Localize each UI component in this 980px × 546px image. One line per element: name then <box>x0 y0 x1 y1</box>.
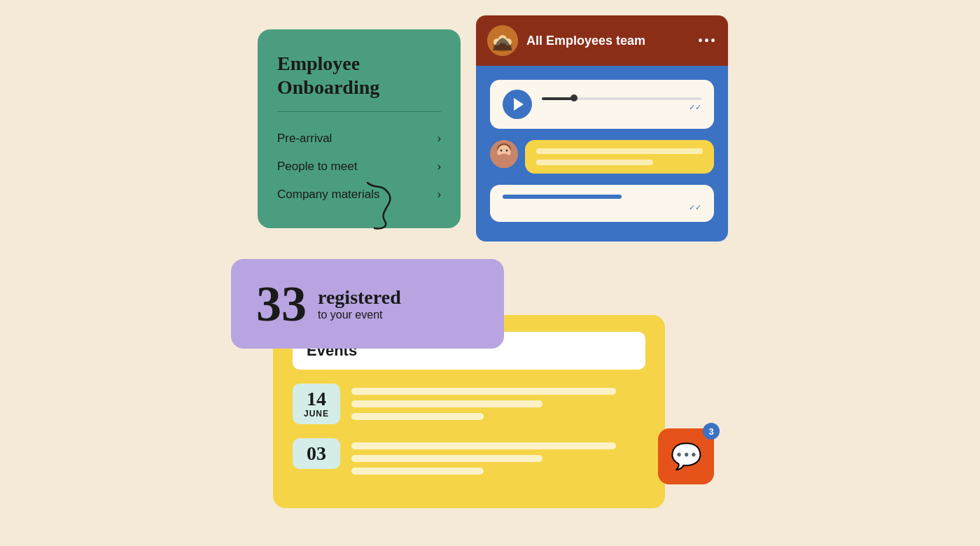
onboarding-title: Employee Onboarding <box>277 52 441 99</box>
chat-line <box>536 160 653 165</box>
team-card-more-button[interactable]: ••• <box>698 33 717 49</box>
svg-point-9 <box>494 154 514 168</box>
svg-point-10 <box>500 150 503 152</box>
event-line <box>351 455 542 462</box>
team-card: All Employees team ••• ✓✓ <box>476 15 728 241</box>
chat-row <box>490 140 714 174</box>
registered-label: registered <box>318 286 401 309</box>
chat-icon: 💬 <box>671 442 702 471</box>
progress-dot <box>570 94 578 102</box>
chat-line <box>536 148 703 154</box>
chat-avatar <box>490 140 518 168</box>
event-lines <box>351 384 645 420</box>
check-marks: ✓✓ <box>542 103 701 112</box>
video-bubble: ✓✓ <box>490 80 714 129</box>
event-day: 03 <box>307 444 326 463</box>
event-date-box: 03 <box>293 438 340 469</box>
menu-item-pre-arrival[interactable]: Pre-arrival › <box>277 125 441 153</box>
onboarding-card: Employee Onboarding Pre-arrival › People… <box>258 29 461 228</box>
chevron-icon: › <box>438 132 441 145</box>
event-line <box>351 468 484 475</box>
event-month: JUNE <box>304 409 329 419</box>
squiggle-decoration <box>326 179 410 235</box>
event-line <box>351 400 542 407</box>
event-day: 14 <box>307 389 326 409</box>
event-lines <box>351 438 645 475</box>
team-card-body: ✓✓ <box>476 66 728 241</box>
registration-card: 33 registered to your event <box>231 259 504 349</box>
event-row: 14 JUNE <box>293 384 645 424</box>
reply-check: ✓✓ <box>503 203 701 212</box>
video-progress: ✓✓ <box>542 97 701 112</box>
team-card-header: All Employees team ••• <box>476 15 728 66</box>
chevron-icon: › <box>438 188 441 201</box>
reply-line <box>503 195 622 199</box>
progress-fill <box>542 97 574 100</box>
svg-point-11 <box>506 150 508 152</box>
team-card-title: All Employees team <box>526 34 690 48</box>
menu-item-people-to-meet[interactable]: People to meet › <box>277 153 441 181</box>
chevron-icon: › <box>438 160 441 173</box>
registration-number: 33 <box>256 279 307 329</box>
onboarding-divider <box>277 111 441 112</box>
event-date-box: 14 JUNE <box>293 384 340 424</box>
notification-badge: 3 <box>703 423 720 440</box>
event-line <box>351 413 484 420</box>
event-row: 03 <box>293 438 645 475</box>
play-button[interactable] <box>503 90 532 119</box>
event-line <box>351 442 616 449</box>
reply-bubble: ✓✓ <box>490 185 714 222</box>
registration-text: registered to your event <box>318 286 401 321</box>
chat-bubble <box>525 140 714 174</box>
registration-subtitle: to your event <box>318 309 401 321</box>
event-line <box>351 388 616 395</box>
progress-bar <box>542 97 701 100</box>
notification-icon[interactable]: 💬 3 <box>658 428 714 484</box>
team-avatar <box>487 25 518 56</box>
scene: Employee Onboarding Pre-arrival › People… <box>0 0 980 546</box>
